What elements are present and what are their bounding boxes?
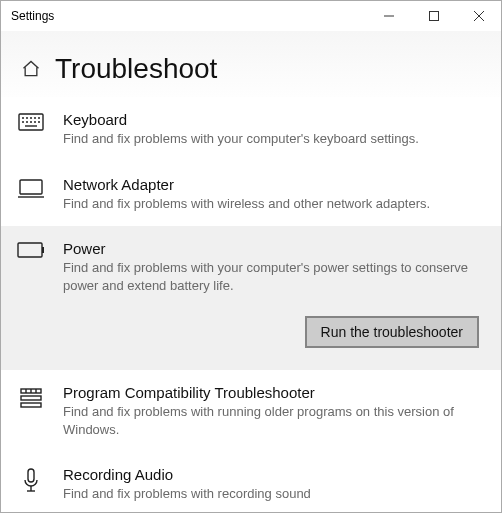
troubleshooter-list: Keyboard Find and fix problems with your… — [1, 97, 501, 512]
svg-rect-18 — [18, 243, 42, 257]
maximize-button[interactable] — [411, 1, 456, 31]
item-name: Keyboard — [63, 111, 481, 128]
item-desc: Find and fix problems with your computer… — [63, 259, 481, 294]
item-name: Network Adapter — [63, 176, 481, 193]
item-name: Program Compatibility Troubleshooter — [63, 384, 481, 401]
item-desc: Find and fix problems with running older… — [63, 403, 481, 438]
home-icon[interactable] — [21, 59, 41, 79]
svg-rect-26 — [28, 469, 34, 482]
page-title: Troubleshoot — [55, 53, 217, 85]
item-desc: Find and fix problems with wireless and … — [63, 195, 481, 213]
microphone-icon — [17, 466, 45, 503]
svg-rect-22 — [21, 403, 41, 407]
svg-rect-1 — [429, 12, 438, 21]
item-desc: Find and fix problems with recording sou… — [63, 485, 481, 503]
svg-rect-16 — [20, 180, 42, 194]
item-name: Recording Audio — [63, 466, 481, 483]
settings-window: Settings Troubleshoot — [0, 0, 502, 513]
svg-rect-21 — [21, 396, 41, 400]
minimize-button[interactable] — [366, 1, 411, 31]
run-troubleshooter-button[interactable]: Run the troubleshooter — [305, 316, 479, 348]
item-text: Keyboard Find and fix problems with your… — [63, 111, 481, 148]
item-text: Network Adapter Find and fix problems wi… — [63, 176, 481, 213]
page-header: Troubleshoot — [1, 31, 501, 97]
item-desc: Find and fix problems with your computer… — [63, 130, 481, 148]
close-button[interactable] — [456, 1, 501, 31]
svg-rect-19 — [42, 247, 44, 253]
item-text: Recording Audio Find and fix problems wi… — [63, 466, 481, 503]
run-row: Run the troubleshooter — [63, 316, 481, 348]
keyboard-icon — [17, 111, 45, 148]
troubleshooter-recording-audio[interactable]: Recording Audio Find and fix problems wi… — [1, 452, 501, 512]
power-icon — [17, 240, 45, 348]
item-text: Power Find and fix problems with your co… — [63, 240, 481, 348]
troubleshooter-keyboard[interactable]: Keyboard Find and fix problems with your… — [1, 97, 501, 162]
item-text: Program Compatibility Troubleshooter Fin… — [63, 384, 481, 438]
window-controls — [366, 1, 501, 31]
troubleshooter-program-compatibility[interactable]: Program Compatibility Troubleshooter Fin… — [1, 370, 501, 452]
window-title: Settings — [1, 9, 366, 23]
item-name: Power — [63, 240, 481, 257]
troubleshooter-network-adapter[interactable]: Network Adapter Find and fix problems wi… — [1, 162, 501, 227]
troubleshooter-power[interactable]: Power Find and fix problems with your co… — [1, 226, 501, 370]
network-adapter-icon — [17, 176, 45, 213]
titlebar: Settings — [1, 1, 501, 31]
program-compatibility-icon — [17, 384, 45, 438]
